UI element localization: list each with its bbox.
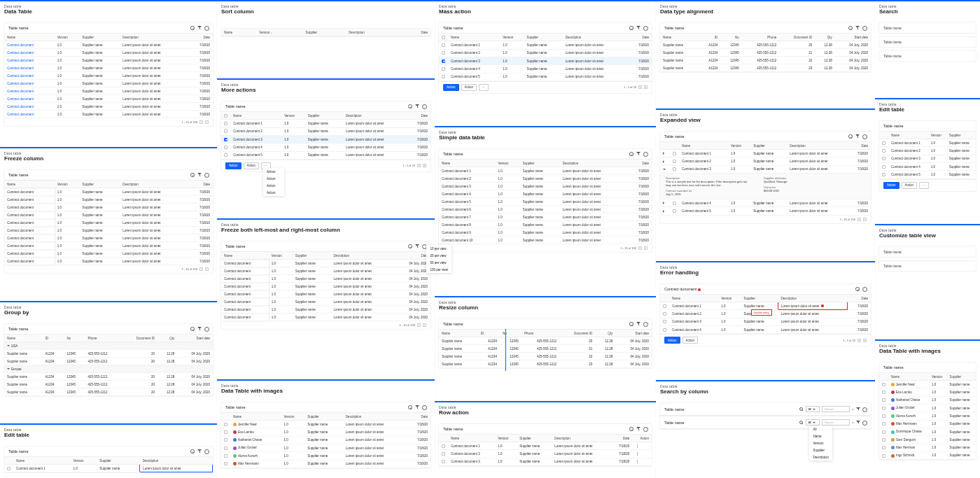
- table-row[interactable]: Supplier nameA123412345425-555-12122012.…: [4, 381, 213, 388]
- search-icon[interactable]: [408, 104, 412, 108]
- table-row[interactable]: Contract document 21.0Supplier nameLorem…: [439, 450, 652, 458]
- table-row[interactable]: Contract document 11.0Supplier nameLorem…: [439, 442, 652, 450]
- table-row[interactable]: Contract document 21.0Supplier name: [879, 147, 976, 155]
- mass-action-primary[interactable]: Action: [443, 84, 459, 91]
- table-row[interactable]: Contract document 51.0Supplier nameLorem…: [439, 73, 652, 80]
- table-row[interactable]: Contract document1.0Supplier nameLorem i…: [4, 211, 213, 219]
- group-row[interactable]: USA: [4, 342, 213, 350]
- search-icon[interactable]: [190, 449, 195, 454]
- search-column-select-open[interactable]: All: [806, 419, 820, 426]
- table-row[interactable]: Julian Grubel1.0Supplier nameLorem ipsum…: [221, 444, 430, 451]
- table-row[interactable]: Alorva Korszh1.0Supplier name: [879, 412, 976, 420]
- table-row[interactable]: Supplier nameA123412345425-555-12122012.…: [4, 358, 213, 365]
- table-row[interactable]: Sam Sanguim1.0Supplier name: [879, 436, 976, 444]
- menu-item[interactable]: Description: [809, 454, 832, 461]
- table-row[interactable]: Contract document 11.0Supplier nameLorem…: [439, 41, 652, 49]
- table-row[interactable]: Contract document1.0Supplier nameLorem i…: [4, 234, 213, 242]
- menu-item[interactable]: Action: [263, 175, 284, 182]
- col-supplier[interactable]: Supplier: [80, 34, 120, 41]
- table-row[interactable]: Contract document1.0Supplier nameLorem i…: [4, 64, 213, 72]
- column-resize-handle[interactable]: [505, 329, 506, 371]
- search-input[interactable]: Search: [822, 419, 850, 426]
- table-row[interactable]: Contract document1.0Supplier nameLorem i…: [4, 95, 213, 103]
- search-input[interactable]: Search: [822, 406, 850, 412]
- prev-page[interactable]: ‹: [200, 120, 203, 124]
- table-row[interactable]: Contract document 51.0Supplier nameLorem…: [439, 198, 652, 206]
- table-row[interactable]: Contract document 31.0Supplier nameLorem…: [439, 458, 652, 465]
- search-icon[interactable]: [629, 26, 634, 30]
- settings-icon[interactable]: [422, 405, 426, 409]
- table-row[interactable]: Contract document1.0Supplier nameLorem i…: [4, 227, 213, 234]
- table-row[interactable]: Contract document1.0Supplier nameLorem i…: [221, 298, 430, 306]
- expand-toggle[interactable]: [660, 165, 670, 173]
- table-row[interactable]: Contract document 71.0Supplier nameLorem…: [439, 213, 652, 221]
- table-row[interactable]: Contract document 31.0Supplier nameLorem…: [221, 135, 430, 143]
- table-row[interactable]: Contract document 51.0Supplier name: [879, 171, 976, 178]
- search-icon[interactable]: [629, 152, 634, 156]
- search-icon[interactable]: [848, 134, 853, 139]
- table-row[interactable]: Contract document 31.0Supplier nameLorem…: [439, 57, 652, 64]
- table-row[interactable]: Contract document1.0Supplier nameLorem i…: [4, 188, 213, 196]
- table-row[interactable]: Contract document1.0Supplier nameLorem i…: [4, 250, 213, 258]
- table-row[interactable]: Contract document1.0Supplier nameLorem i…: [221, 260, 430, 267]
- search-icon[interactable]: [408, 405, 412, 409]
- filter-icon[interactable]: [636, 26, 640, 30]
- settings-icon[interactable]: [643, 26, 648, 30]
- table-row[interactable]: Contract document1.0Supplier nameLorem i…: [4, 196, 213, 204]
- menu-item[interactable]: All: [809, 426, 832, 433]
- search-icon[interactable]: [799, 421, 804, 425]
- filter-icon[interactable]: [415, 405, 419, 409]
- menu-item[interactable]: Name: [809, 433, 832, 440]
- table-row[interactable]: Contract document 81.0Supplier nameLorem…: [439, 221, 652, 229]
- settings-icon[interactable]: [422, 244, 426, 248]
- filter-icon[interactable]: [197, 173, 202, 177]
- table-row[interactable]: Contract document1.0Supplier nameLorem i…: [4, 72, 213, 80]
- table-row[interactable]: Contract document1.0Supplier nameLorem i…: [221, 275, 430, 283]
- menu-item[interactable]: Action: [263, 189, 284, 196]
- table-row[interactable]: Contract document1.0Supplier nameLorem i…: [4, 204, 213, 211]
- table-row[interactable]: Contract document1.0Supplier nameLorem i…: [221, 267, 430, 275]
- table-row[interactable]: Contract document 41.0Supplier nameLorem…: [439, 190, 652, 198]
- table-row[interactable]: Contract document1.0Supplier nameLorem i…: [4, 103, 213, 111]
- col-version[interactable]: Version: [55, 34, 80, 41]
- filter-icon[interactable]: [197, 26, 202, 30]
- pagesize-20[interactable]: 20 per view: [426, 252, 451, 259]
- table-row[interactable]: Contract document 51.0Supplier nameLorem…: [660, 207, 871, 215]
- filter-icon[interactable]: [197, 327, 202, 331]
- table-row[interactable]: Supplier nameA123412345425-555-12122012.…: [4, 350, 213, 358]
- table-row[interactable]: Ingo Schmidt1.0Supplier name: [879, 451, 976, 459]
- table-row[interactable]: Supplier nameA123412345425-555-12122012.…: [4, 388, 213, 396]
- filter-icon[interactable]: [415, 104, 419, 108]
- settings-icon[interactable]: [643, 322, 648, 326]
- settings-icon[interactable]: [422, 104, 426, 108]
- table-row[interactable]: Contract document1.0Supplier nameLorem i…: [4, 41, 213, 49]
- pagesize-50[interactable]: 50 per view: [426, 259, 451, 266]
- settings-icon[interactable]: [204, 173, 209, 177]
- settings-icon[interactable]: [862, 26, 867, 30]
- table-row[interactable]: Supplier nameA123412345425-555-12122212.…: [439, 353, 652, 360]
- table-row[interactable]: Contract document 91.0Supplier nameLorem…: [439, 229, 652, 237]
- table-row[interactable]: Contract document1.0Supplier nameLorem i…: [221, 306, 430, 314]
- table-row[interactable]: Nathaniel Chaise1.0Supplier nameLorem ip…: [221, 436, 430, 444]
- table-row[interactable]: Contract document 31.0Supplier nameLorem…: [439, 183, 652, 190]
- row-action-cell[interactable]: [632, 442, 652, 450]
- table-row[interactable]: Contract document 11.0Supplier nameLorem…: [221, 120, 430, 127]
- expand-toggle[interactable]: [660, 207, 670, 215]
- table-row[interactable]: Jennifer Neal1.0Supplier name: [879, 381, 976, 388]
- filter-icon[interactable]: [856, 421, 860, 425]
- mass-action-secondary[interactable]: Action: [461, 84, 477, 91]
- table-row[interactable]: Jennifer Neal1.0Supplier nameLorem ipsum…: [221, 421, 430, 428]
- table-row[interactable]: Contract document1.0Supplier nameLorem i…: [4, 49, 213, 57]
- table-row[interactable]: Max Herrman1.0Supplier name: [879, 444, 976, 451]
- table-row[interactable]: Contract document 41.0Supplier nameLorem…: [439, 65, 652, 73]
- search-icon[interactable]: [855, 287, 860, 291]
- table-row[interactable]: Eva Lambo1.0Supplier name: [879, 388, 976, 396]
- search-icon[interactable]: [629, 322, 634, 326]
- action-primary[interactable]: Action: [225, 162, 241, 169]
- search-icon[interactable]: [408, 244, 412, 248]
- table-row[interactable]: Supplier nameA123412345425-555-12122112.…: [439, 345, 652, 353]
- clear-search-icon[interactable]: ×: [852, 407, 854, 412]
- col-version-sorted[interactable]: Version ↓: [256, 29, 302, 36]
- table-row[interactable]: Contract document 51.0Supplier nameLorem…: [221, 151, 430, 159]
- table-row[interactable]: Supplier nameA123412345425-555-12122312.…: [439, 360, 652, 368]
